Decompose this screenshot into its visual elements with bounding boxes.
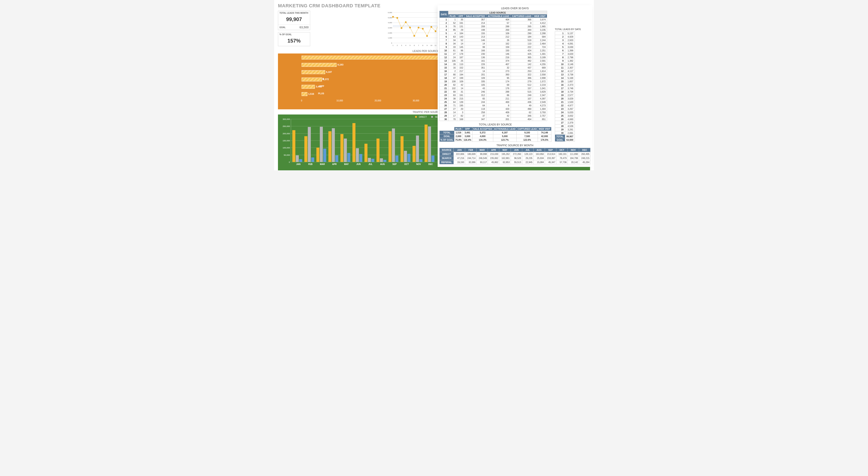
table-row: 2671195648494,273 xyxy=(440,104,547,107)
svg-text:10: 10 xyxy=(430,44,432,47)
table-row: 663143213212184584 xyxy=(440,35,547,38)
table-row: GOAL2,0003,0004,0005,0007,50042,000 xyxy=(440,135,551,138)
bar xyxy=(389,131,392,162)
bar xyxy=(311,157,314,162)
table-row: 93314599159222724 xyxy=(440,45,547,49)
svg-text:9: 9 xyxy=(427,44,428,47)
bar xyxy=(425,125,428,162)
bar xyxy=(368,158,371,162)
table-row: 24,929 xyxy=(555,35,575,38)
line-point xyxy=(413,35,415,36)
bar xyxy=(308,127,311,162)
kpi-goal-label: GOAL xyxy=(279,26,286,29)
month-label: DEC xyxy=(425,163,437,166)
table-row: 112,307 xyxy=(555,66,575,69)
table-row: 1847199109953862,898 xyxy=(440,76,547,80)
table-row: 162,373 xyxy=(555,83,575,87)
table-row: 13105251613744822,591 xyxy=(440,59,547,62)
table-row: 284,539 xyxy=(555,124,575,128)
bar xyxy=(292,130,296,162)
table-row: 151615235132437669 xyxy=(440,66,547,69)
table-row: 162217142732531,614 xyxy=(440,69,547,73)
table-row: 253,832 xyxy=(555,114,575,118)
month-label: FEB xyxy=(304,163,316,166)
bar xyxy=(428,126,431,162)
line-point xyxy=(418,27,419,28)
bar xyxy=(344,139,347,162)
table-row: 91,382 xyxy=(555,59,575,62)
month-label: MAR xyxy=(316,163,329,166)
hbar-bar: 6,187 xyxy=(302,70,325,74)
month-label: AUG xyxy=(376,163,389,166)
svg-text:7: 7 xyxy=(418,44,419,47)
table-row: 245,033 xyxy=(555,111,575,114)
bar xyxy=(352,123,355,162)
table-row: 2110214431761571,041 xyxy=(440,87,547,90)
table-row: 145,168 xyxy=(555,76,575,80)
table-total-by-date: 15,13724,92932,93344,09153,03061,39973,0… xyxy=(555,31,575,142)
svg-text:8: 8 xyxy=(423,44,424,47)
table-row: 224,977 xyxy=(555,104,575,107)
table-row: 17801942013933222,558 xyxy=(440,73,547,76)
table-row: 14281102264071424,255 xyxy=(440,62,547,66)
bar xyxy=(320,127,323,162)
table-row: 272,379 xyxy=(555,121,575,124)
kpi-pct-label: % OF GOAL xyxy=(278,32,310,36)
bar xyxy=(404,151,407,162)
table-row: 3761312082882651,965 xyxy=(440,25,547,28)
line-point xyxy=(392,16,394,18)
table-leads-over-30: DATELEAD SOURCEPLUSOPPSALE ACCEPTEDACTIO… xyxy=(439,11,547,121)
table-row: % OF GOAL75.8%116.4%134.3%123.7%122.6%17… xyxy=(440,138,551,142)
table-row: 2727201184204901,304 xyxy=(440,107,547,111)
table-row: 11353574043663,974 xyxy=(440,18,547,21)
title-total-by-date: TOTAL LEADS BY DATE xyxy=(555,28,581,30)
table-row: 191081093351742791,572 xyxy=(440,80,547,83)
table-row: 32,933 xyxy=(555,38,575,42)
table-row: 541841551092902,288 xyxy=(440,32,547,35)
month-label: NOV xyxy=(412,163,425,166)
table-total-by-source: PLUSOPPSALE ACCEPTEDACTIONABLE LEADCAPTU… xyxy=(439,127,551,142)
table-row: 124,117 xyxy=(555,69,575,73)
table-row: 73452146265182,244 xyxy=(440,38,547,42)
bar xyxy=(304,136,307,162)
table-row: 2438215652111074,397 xyxy=(440,97,547,100)
line-point xyxy=(405,22,406,23)
bar xyxy=(296,155,299,162)
month-label: JUN xyxy=(352,163,365,166)
table-row: 133,738 xyxy=(555,73,575,76)
svg-text:4: 4 xyxy=(405,44,406,47)
hbar-bar: 5,372 xyxy=(302,78,322,81)
bar xyxy=(332,128,335,162)
table-row: 1061961661504242,251 xyxy=(440,49,547,52)
table-row: DIRECT222,006180,00999,998215,030195,262… xyxy=(440,152,590,156)
bar xyxy=(371,159,374,162)
line-point xyxy=(397,17,398,19)
svg-text:5,000: 5,000 xyxy=(388,17,392,19)
table-row: 2268312462885153,829 xyxy=(440,90,547,93)
title-leads-over-30: LEADS OVER 30 DAYS xyxy=(439,7,590,10)
table-row: 25641392444004362,549 xyxy=(440,100,547,104)
table-row: 28143258409623,793 xyxy=(440,111,547,114)
hbar-bar: 9,193 xyxy=(302,63,337,67)
bar xyxy=(420,159,423,162)
svg-text:11: 11 xyxy=(435,44,437,47)
bar xyxy=(407,154,410,162)
kpi-total-leads-value: 99,907 xyxy=(278,15,310,25)
bar xyxy=(316,148,319,162)
svg-text:6: 6 xyxy=(414,44,415,47)
bar xyxy=(431,155,434,162)
svg-text:1: 1 xyxy=(393,44,394,47)
title-traffic-by-month: TRAFFIC SOURCE BY MONTH xyxy=(439,144,590,147)
bar xyxy=(340,134,343,162)
table-row: 233,267 xyxy=(555,107,575,111)
bar xyxy=(395,155,398,162)
table-row: 103,148 xyxy=(555,62,575,66)
kpi-goal-value: 63,500 xyxy=(300,26,309,29)
line-point xyxy=(431,26,432,28)
table-row: 12241871362163653,189 xyxy=(440,56,547,59)
table-row: TOTAL1,5163,4915,3726,1879,19374,148 xyxy=(440,131,551,135)
table-row: 83414141621102,464 xyxy=(440,42,547,45)
svg-text:2: 2 xyxy=(397,44,398,47)
table-row: 192,577 xyxy=(555,93,575,97)
line-point xyxy=(435,30,436,32)
